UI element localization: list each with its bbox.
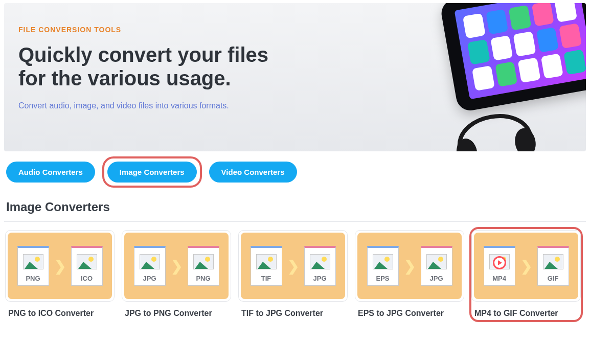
svg-point-0 [455,137,480,151]
file-ext-from: PNG [26,275,40,282]
hero-photo [439,3,586,112]
file-icon-to: JPG [421,246,452,286]
card-wrap-eps-jpg: EPS ❯ JPG EPS to JPG Converter [355,230,464,319]
card-mp4-to-gif[interactable]: MP4 ❯ GIF [471,230,581,302]
converter-tabs: Audio Converters Image Converters Video … [6,162,586,183]
file-ext-to: PNG [196,275,210,282]
card-eps-to-jpg[interactable]: EPS ❯ JPG [355,230,464,302]
card-label: JPG to PNG Converter [125,309,231,318]
svg-point-1 [513,127,538,151]
tab-wrap-audio: Audio Converters [6,162,95,183]
card-wrap-png-ico: PNG ❯ ICO PNG to ICO Converter [5,230,115,319]
file-icon-from: EPS [367,246,399,286]
file-icon-to: GIF [537,246,569,286]
card-wrap-jpg-png: JPG ❯ PNG JPG to PNG Converter [122,230,231,319]
file-icon-from: PNG [17,246,49,286]
play-icon [493,256,506,269]
tab-image-converters[interactable]: Image Converters [107,162,197,183]
file-ext-from: EPS [376,275,389,282]
tab-video-converters[interactable]: Video Converters [209,162,297,183]
card-tif-to-jpg[interactable]: TIF ❯ JPG [238,230,348,302]
card-label: EPS to JPG Converter [358,309,464,318]
card-label: MP4 to GIF Converter [474,309,581,318]
card-wrap-mp4-gif: MP4 ❯ GIF MP4 to GIF Converter [469,227,583,322]
file-icon-to: PNG [188,246,219,286]
tab-wrap-image: Image Converters [102,156,202,188]
arrow-icon: ❯ [520,258,532,275]
file-ext-from: MP4 [492,275,506,282]
tablet-icon [439,3,586,112]
file-ext-to: JPG [429,275,443,282]
hero-eyebrow: FILE CONVERSION TOOLS [18,26,286,34]
card-jpg-to-png[interactable]: JPG ❯ PNG [122,230,231,302]
converter-cards: PNG ❯ ICO PNG to ICO Converter JPG ❯ [4,230,586,319]
file-icon-from: TIF [251,246,282,286]
hero-subhead: Convert audio, image, and video files in… [18,101,286,110]
file-icon-to: JPG [304,246,336,286]
arrow-icon: ❯ [54,258,66,275]
file-icon-to: ICO [71,246,103,286]
file-ext-to: GIF [548,275,559,282]
arrow-icon: ❯ [171,258,183,275]
file-ext-to: ICO [81,275,93,282]
hero-headline: Quickly convert your files for the vario… [18,43,286,90]
section-title: Image Converters [6,200,586,214]
file-icon-from: MP4 [484,246,515,286]
card-wrap-tif-jpg: TIF ❯ JPG TIF to JPG Converter [238,230,348,319]
file-ext-from: JPG [143,275,156,282]
section-divider [4,221,586,222]
file-ext-from: TIF [261,275,271,282]
arrow-icon: ❯ [404,258,416,275]
file-ext-to: JPG [313,275,326,282]
arrow-icon: ❯ [287,258,299,275]
tab-audio-converters[interactable]: Audio Converters [6,162,95,183]
hero-banner: FILE CONVERSION TOOLS Quickly convert yo… [4,3,586,151]
file-icon-from: JPG [134,246,166,286]
card-png-to-ico[interactable]: PNG ❯ ICO [5,230,115,302]
tab-wrap-video: Video Converters [209,162,297,183]
card-label: PNG to ICO Converter [8,309,115,318]
card-label: TIF to JPG Converter [241,309,348,318]
